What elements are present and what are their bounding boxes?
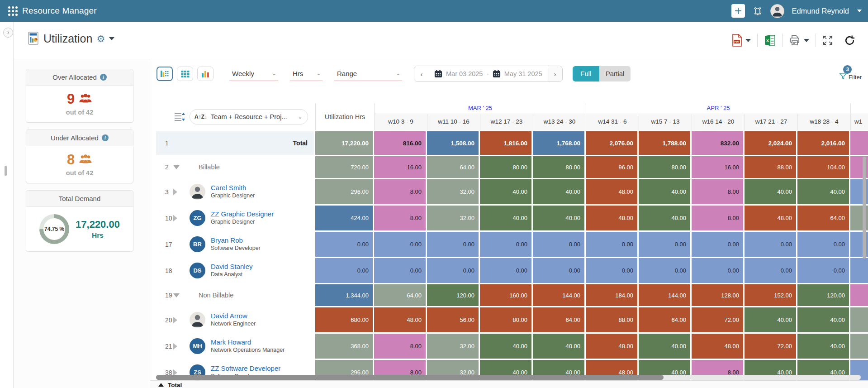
week-hours-cell[interactable]: 8.00	[692, 179, 743, 204]
week-hours-cell[interactable]: 184.00	[586, 284, 637, 306]
week-hours-cell[interactable]: 48.00	[586, 334, 637, 359]
expand-toggle[interactable]	[173, 293, 186, 297]
week-hours-cell[interactable]: 16.00	[692, 156, 743, 178]
week-hours-cell[interactable]: 40.00	[480, 179, 531, 204]
week-hours-cell[interactable]: 0.00	[692, 232, 743, 257]
print-caret-icon[interactable]	[804, 39, 809, 42]
week-hours-cell[interactable]: 0.00	[586, 232, 637, 257]
week-hours-cell[interactable]: 40.00	[533, 206, 584, 230]
export-excel-button[interactable]: X	[764, 34, 776, 46]
gear-icon[interactable]: ⚙	[96, 34, 105, 43]
expand-row-icon[interactable]	[173, 215, 177, 221]
utilization-total-cell[interactable]: 17,220.00	[315, 131, 373, 155]
week-hours-cell[interactable]: 120.00	[797, 284, 849, 306]
utilization-total-cell[interactable]: 680.00	[315, 307, 373, 332]
week-hours-cell[interactable]: 40.00	[480, 206, 531, 230]
week-hours-cell[interactable]: 0.00	[692, 258, 743, 283]
export-pdf-button[interactable]: PDF	[731, 34, 751, 47]
date-to[interactable]: May 31 2025	[504, 70, 542, 77]
sort-rows-icon[interactable]	[174, 112, 185, 121]
refresh-button[interactable]	[844, 35, 855, 46]
collapse-group-icon[interactable]	[173, 293, 180, 297]
resource-name-link[interactable]: Mark Howard	[211, 338, 285, 347]
print-button[interactable]	[789, 34, 809, 46]
week-hours-cell[interactable]: 0.00	[427, 232, 479, 257]
partial-toggle-button[interactable]: Partial	[599, 66, 631, 81]
utilization-total-cell[interactable]: 368.00	[315, 334, 373, 359]
expand-toggle[interactable]	[173, 317, 186, 323]
utilization-total-cell[interactable]: 296.00	[315, 179, 373, 204]
week-hours-cell[interactable]: 104.00	[797, 156, 849, 178]
resource-name-link[interactable]: Bryan Rob	[211, 236, 261, 245]
week-hours-cell[interactable]: 2,076.00	[586, 131, 637, 155]
week-hours-cell[interactable]: 816.00	[374, 131, 426, 155]
bell-icon[interactable]	[752, 5, 763, 16]
week-hours-cell[interactable]: 40.00	[533, 179, 584, 204]
week-hours-cell[interactable]: 48.00	[374, 307, 426, 332]
utilization-total-cell[interactable]: 0.00	[315, 258, 373, 283]
expand-row-icon[interactable]	[173, 343, 177, 350]
expand-row-icon[interactable]	[173, 317, 177, 323]
week-hours-cell[interactable]: 0.00	[745, 258, 796, 283]
add-button[interactable]	[731, 4, 745, 18]
week-hours-cell[interactable]: 48.00	[745, 206, 796, 230]
week-hours-cell[interactable]: 64.00	[427, 156, 479, 178]
week-hours-cell[interactable]: 40.00	[639, 179, 690, 204]
week-hours-cell[interactable]: 0.00	[533, 232, 584, 257]
view-grid-button[interactable]	[177, 67, 193, 81]
week-hours-cell[interactable]: 64.00	[533, 307, 584, 332]
week-hours-cell[interactable]: 40.00	[745, 307, 796, 332]
week-hours-cell[interactable]: 8.00	[374, 206, 426, 230]
settings-caret-icon[interactable]	[109, 37, 114, 40]
week-hours-cell[interactable]: 64.00	[797, 206, 849, 230]
apps-grid-icon[interactable]	[8, 6, 18, 16]
fullscreen-button[interactable]	[822, 35, 833, 46]
week-hours-cell[interactable]: 16.00	[374, 156, 426, 178]
range-select[interactable]: Range ⌄	[334, 67, 402, 81]
week-hours-cell[interactable]: 1,816.00	[480, 131, 531, 155]
week-hours-cell[interactable]: 0.00	[745, 232, 796, 257]
next-period-button[interactable]: ›	[548, 66, 562, 81]
expand-toggle[interactable]	[173, 189, 186, 195]
week-hours-cell[interactable]: 40.00	[797, 307, 849, 332]
week-hours-cell[interactable]: 80.00	[533, 156, 584, 178]
week-hours-cell[interactable]: 0.00	[374, 232, 426, 257]
week-hours-cell[interactable]: 48.00	[692, 334, 743, 359]
week-hours-cell[interactable]: 8.00	[374, 334, 426, 359]
week-hours-cell[interactable]: 0.00	[639, 258, 690, 283]
expand-row-icon[interactable]	[173, 189, 177, 195]
resource-name-link[interactable]: ZZ Graphic Designer	[211, 210, 274, 219]
calendar-icon[interactable]	[493, 70, 501, 78]
expand-toggle[interactable]	[173, 215, 186, 221]
week-hours-cell[interactable]: 32.00	[427, 334, 479, 359]
filter-button[interactable]: 3 Filter	[839, 67, 862, 81]
resource-name-link[interactable]: David Stanley	[211, 263, 253, 271]
week-hours-cell[interactable]: 64.00	[374, 284, 426, 306]
week-hours-cell[interactable]: 48.00	[586, 179, 637, 204]
utilization-total-cell[interactable]: 0.00	[315, 232, 373, 257]
week-hours-cell[interactable]: 40.00	[480, 334, 531, 359]
week-hours-cell[interactable]: 0.00	[639, 232, 690, 257]
week-hours-cell[interactable]: 72.00	[745, 334, 796, 359]
full-toggle-button[interactable]: Full	[573, 66, 599, 81]
utilization-total-cell[interactable]: 1,344.00	[315, 284, 373, 306]
resource-name-link[interactable]: ZZ Software Developer	[211, 364, 280, 373]
week-hours-cell[interactable]: 96.00	[586, 156, 637, 178]
expand-toggle[interactable]	[173, 343, 186, 350]
week-hours-cell[interactable]: 88.00	[745, 156, 796, 178]
week-hours-cell[interactable]: 0.00	[797, 258, 849, 283]
week-hours-cell[interactable]: 32.00	[427, 206, 479, 230]
week-hours-cell[interactable]: 40.00	[797, 334, 849, 359]
week-hours-cell[interactable]: 2,016.00	[797, 131, 849, 155]
expand-panel-button[interactable]: ›	[3, 28, 13, 38]
view-combo-button[interactable]	[157, 67, 173, 81]
week-hours-cell[interactable]: 80.00	[639, 156, 690, 178]
week-hours-cell[interactable]: 2,024.00	[745, 131, 796, 155]
week-hours-cell[interactable]: 8.00	[692, 206, 743, 230]
week-hours-cell[interactable]: 48.00	[586, 206, 637, 230]
week-hours-cell[interactable]: 32.00	[427, 179, 479, 204]
week-hours-cell[interactable]: 1,508.00	[427, 131, 479, 155]
week-hours-cell[interactable]: 40.00	[639, 334, 690, 359]
week-hours-cell[interactable]: 72.00	[692, 307, 743, 332]
resource-name-link[interactable]: Carel Smith	[211, 184, 255, 192]
